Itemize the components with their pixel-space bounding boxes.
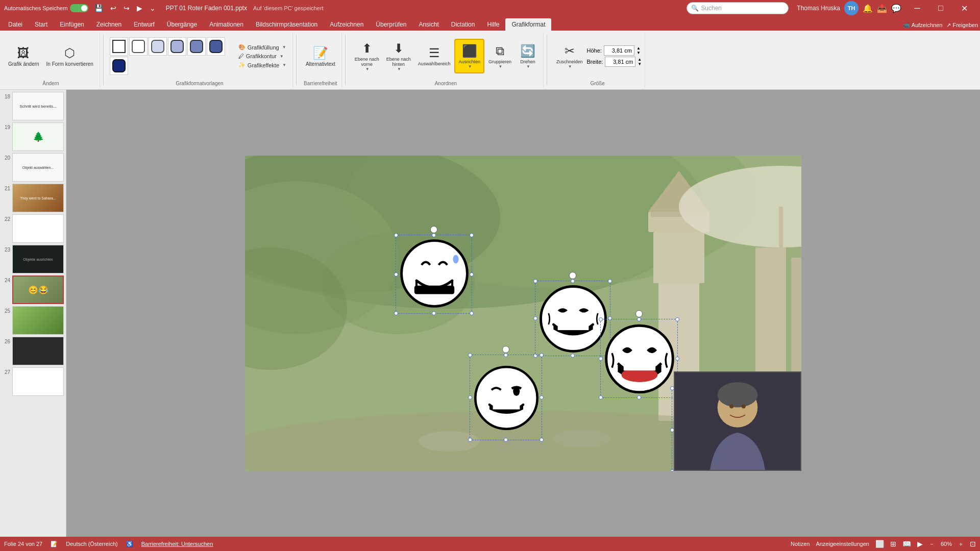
tab-entwurf[interactable]: Entwurf xyxy=(128,18,161,31)
form-konvertieren-button[interactable]: ⬡ In Form konvertieren xyxy=(43,39,96,73)
ebene-hinten-button[interactable]: ⬇ Ebene nachhinten ▼ xyxy=(383,39,414,73)
zoom-out-icon[interactable]: － xyxy=(929,540,935,548)
handle-tc-4[interactable] xyxy=(637,317,641,321)
anzeigeeinstellungen-btn[interactable]: Anzeigeeinstellungen xyxy=(816,541,869,547)
tab-animationen[interactable]: Animationen xyxy=(203,18,250,31)
grafikfuellung-button[interactable]: 🎨 Grafikfüllung ▼ xyxy=(235,43,289,52)
tab-uebergaenge[interactable]: Übergänge xyxy=(161,18,203,31)
slide-img-22[interactable] xyxy=(12,214,64,243)
aufzeichnen-btn[interactable]: 📹 Aufzeichnen xyxy=(903,22,942,29)
ebene-vorne-button[interactable]: ⬆ Ebene nachvorne ▼ xyxy=(352,39,382,73)
rotation-handle-2[interactable] xyxy=(569,272,576,279)
undo-icon[interactable]: ↩ xyxy=(108,3,118,13)
emoji-container-3[interactable] xyxy=(470,355,542,440)
handle-tc-1[interactable] xyxy=(432,233,436,237)
normal-view-icon[interactable]: ⬜ xyxy=(875,540,884,548)
slide-thumb-18[interactable]: 18 Schritt wird bereits... xyxy=(2,92,64,120)
handle-tl-1[interactable] xyxy=(394,233,398,237)
slide-sorter-icon[interactable]: ⊞ xyxy=(890,540,896,548)
slide-thumb-23[interactable]: 23 Objekte ausrichten xyxy=(2,245,64,273)
emoji-container-1[interactable] xyxy=(396,235,472,314)
tab-bildschirm[interactable]: Bildschirmpräsentation xyxy=(250,18,324,31)
grafikeffekte-button[interactable]: ✨ Grafikeffekte ▼ xyxy=(235,61,289,69)
slide-thumb-19[interactable]: 19 🌲 xyxy=(2,122,64,151)
handle-mr-4[interactable] xyxy=(675,357,679,361)
handle-mr-3[interactable] xyxy=(540,395,544,399)
accessibility[interactable]: Barrierefreiheit: Untersuchen xyxy=(141,541,213,547)
handle-tr-3[interactable] xyxy=(540,353,544,357)
handle-tl-2[interactable] xyxy=(533,279,537,283)
tab-datei[interactable]: Datei xyxy=(2,18,29,31)
slide-thumb-24[interactable]: 24 😊😂 xyxy=(2,276,64,304)
rotation-handle-1[interactable] xyxy=(430,226,437,233)
slide-thumb-26[interactable]: 26 xyxy=(2,337,64,365)
width-spinner[interactable]: ▲▼ xyxy=(638,57,642,66)
user-avatar[interactable]: TH xyxy=(844,1,859,15)
shape-thumb-5[interactable] xyxy=(187,37,206,56)
shape-thumb-1[interactable] xyxy=(110,37,128,56)
shape-thumb-2[interactable] xyxy=(129,37,148,56)
tab-einfuegen[interactable]: Einfügen xyxy=(54,18,90,31)
comments-icon[interactable]: 💬 xyxy=(891,4,901,13)
handle-bl-4[interactable] xyxy=(599,395,603,399)
rotation-handle-3[interactable] xyxy=(502,346,509,353)
slide-img-19[interactable]: 🌲 xyxy=(12,122,64,151)
tab-hilfe[interactable]: Hilfe xyxy=(481,18,505,31)
tab-ansicht[interactable]: Ansicht xyxy=(412,18,445,31)
shape-thumb-3[interactable] xyxy=(149,37,167,56)
slide-thumb-21[interactable]: 21 They went to Sahara... xyxy=(2,184,64,212)
tab-zeichnen[interactable]: Zeichnen xyxy=(90,18,128,31)
handle-tr-4[interactable] xyxy=(675,317,679,321)
slide-panel[interactable]: 18 Schritt wird bereits... 19 🌲 20 Objek… xyxy=(0,90,66,537)
zoom-in-icon[interactable]: ＋ xyxy=(958,540,964,548)
handle-tc-3[interactable] xyxy=(504,353,508,357)
shape-thumb-7[interactable] xyxy=(110,57,128,75)
handle-bl-1[interactable] xyxy=(394,311,398,315)
zuschneiden-button[interactable]: ✂ Zuschneiden ▼ xyxy=(553,39,586,73)
handle-tl-4[interactable] xyxy=(599,317,603,321)
ausrichten-button[interactable]: ⬛ Ausrichten ▼ xyxy=(454,39,484,73)
handle-ml-3[interactable] xyxy=(468,395,472,399)
handle-ml-2[interactable] xyxy=(533,316,537,320)
autosave-toggle[interactable]: Automatisches Speichern xyxy=(4,4,88,12)
autosave-pill[interactable] xyxy=(70,4,88,12)
slide-thumb-20[interactable]: 20 Objekt auswählen... xyxy=(2,153,64,182)
height-input[interactable] xyxy=(604,45,634,56)
slide-img-27[interactable] xyxy=(12,367,64,396)
handle-bc-3[interactable] xyxy=(504,438,508,442)
fit-slide-icon[interactable]: ⊡ xyxy=(970,540,976,548)
handle-bc-2[interactable] xyxy=(571,354,575,358)
handle-tr-2[interactable] xyxy=(608,279,612,283)
presentation-icon[interactable]: ▶ xyxy=(135,3,144,13)
shape-thumb-6[interactable] xyxy=(207,37,225,56)
handle-tc-2[interactable] xyxy=(571,279,575,283)
notizen-btn[interactable]: Notizen xyxy=(791,541,810,547)
slideshow-icon[interactable]: ▶ xyxy=(917,540,923,548)
width-input[interactable] xyxy=(605,57,635,67)
height-spinner[interactable]: ▲▼ xyxy=(636,46,641,55)
gruppieren-button[interactable]: ⧉ Gruppieren ▼ xyxy=(485,39,514,73)
handle-br-1[interactable] xyxy=(470,311,474,315)
handle-tl-3[interactable] xyxy=(468,353,472,357)
slide-img-25[interactable] xyxy=(12,306,64,335)
emoji-container-4[interactable] xyxy=(600,319,678,398)
slide-img-23[interactable]: Objekte ausrichten xyxy=(12,245,64,273)
slide-img-21[interactable]: They went to Sahara... xyxy=(12,184,64,212)
slide-thumb-27[interactable]: 27 xyxy=(2,367,64,396)
canvas-area[interactable] xyxy=(66,90,980,537)
handle-mr-1[interactable] xyxy=(470,272,474,277)
handle-ml-4[interactable] xyxy=(599,357,603,361)
handle-ml-1[interactable] xyxy=(394,272,398,277)
handle-bl-3[interactable] xyxy=(468,438,472,442)
slide-img-20[interactable]: Objekt auswählen... xyxy=(12,153,64,182)
save-icon[interactable]: 💾 xyxy=(92,3,105,13)
rotation-handle-4[interactable] xyxy=(635,310,643,317)
handle-bc-1[interactable] xyxy=(432,311,436,315)
maximize-button[interactable]: □ xyxy=(929,0,952,16)
handle-br-3[interactable] xyxy=(540,438,544,442)
slide-img-26[interactable] xyxy=(12,337,64,365)
reading-view-icon[interactable]: 📖 xyxy=(902,540,911,548)
tab-aufzeichnen[interactable]: Aufzeichnen xyxy=(324,18,370,31)
alt-text-button[interactable]: 📝 Alternativtext xyxy=(303,39,338,73)
grafik-aendern-button[interactable]: 🖼 Grafik ändern xyxy=(5,39,42,73)
